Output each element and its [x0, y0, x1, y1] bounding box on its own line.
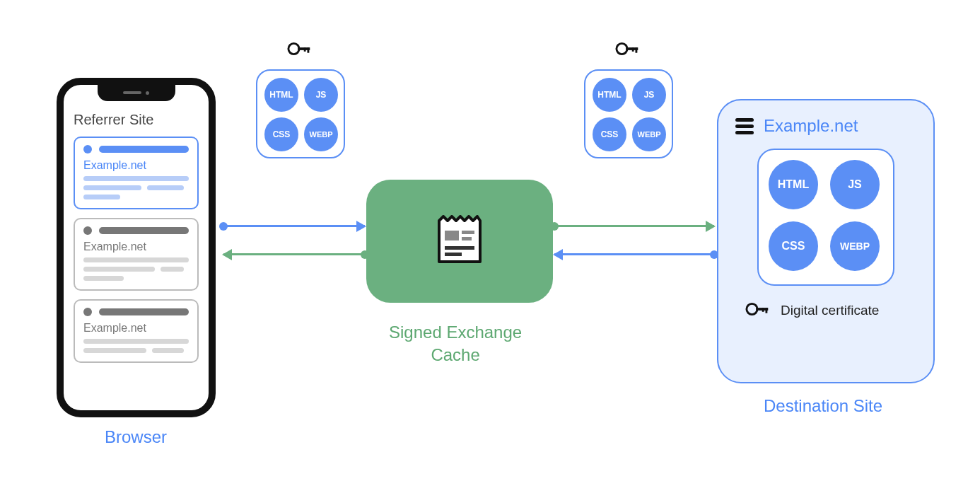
svg-rect-6 — [636, 47, 638, 53]
svg-point-4 — [617, 43, 627, 54]
arrow-cache-to-destination — [554, 225, 714, 227]
resource-chip-webp: WEBP — [830, 221, 880, 271]
destination-host: Example.net — [764, 116, 858, 136]
cache-label: Signed Exchange Cache — [389, 321, 522, 367]
phone-mockup: Referrer Site Example.net Example.net Ex… — [57, 78, 216, 417]
card-domain: Example.net — [83, 159, 189, 172]
resource-chip-html: HTML — [264, 78, 298, 112]
card-domain: Example.net — [83, 240, 189, 253]
card-domain: Example.net — [83, 322, 189, 335]
destination-label: Destination Site — [764, 396, 882, 416]
referrer-title: Referrer Site — [74, 112, 199, 128]
svg-rect-2 — [308, 47, 310, 53]
resource-chip-html: HTML — [769, 160, 818, 209]
resource-pack: HTML JS CSS WEBP — [256, 69, 345, 158]
certificate-label: Digital certificate — [781, 303, 879, 318]
phone-notch — [98, 84, 175, 101]
svg-rect-8 — [445, 231, 459, 240]
resource-chip-js: JS — [830, 160, 880, 209]
svg-point-0 — [288, 43, 299, 54]
result-card: Example.net — [74, 299, 199, 363]
svg-rect-12 — [445, 253, 462, 256]
browser-label: Browser — [105, 427, 167, 447]
key-icon — [615, 41, 642, 59]
arrow-browser-to-cache — [223, 225, 365, 227]
key-icon — [745, 301, 772, 320]
resource-chip-html: HTML — [593, 78, 626, 112]
svg-rect-10 — [462, 237, 472, 240]
hamburger-icon — [735, 118, 754, 134]
arrow-cache-to-browser — [223, 253, 365, 255]
destination-site: Example.net HTML JS CSS WEBP Digital cer… — [717, 99, 935, 383]
resource-chip-css: CSS — [264, 117, 298, 151]
resource-pack: HTML JS CSS WEBP — [757, 149, 894, 286]
svg-rect-16 — [762, 308, 764, 312]
resource-chip-webp: WEBP — [304, 117, 338, 151]
resource-pack: HTML JS CSS WEBP — [584, 69, 673, 158]
svg-point-13 — [747, 303, 757, 314]
svg-rect-15 — [766, 308, 768, 313]
svg-rect-9 — [462, 231, 474, 234]
resource-chip-webp: WEBP — [632, 117, 666, 151]
svg-rect-3 — [304, 47, 306, 52]
resource-chip-css: CSS — [769, 221, 818, 271]
svg-rect-7 — [632, 47, 634, 52]
arrow-destination-to-cache — [554, 253, 714, 255]
result-card: Example.net — [74, 137, 199, 209]
key-icon — [287, 41, 314, 59]
resource-chip-css: CSS — [593, 117, 626, 151]
resource-chip-js: JS — [304, 78, 338, 112]
svg-rect-11 — [445, 246, 474, 250]
result-card: Example.net — [74, 218, 199, 291]
signed-exchange-cache — [366, 180, 553, 303]
receipt-icon — [436, 215, 483, 267]
resource-chip-js: JS — [632, 78, 666, 112]
